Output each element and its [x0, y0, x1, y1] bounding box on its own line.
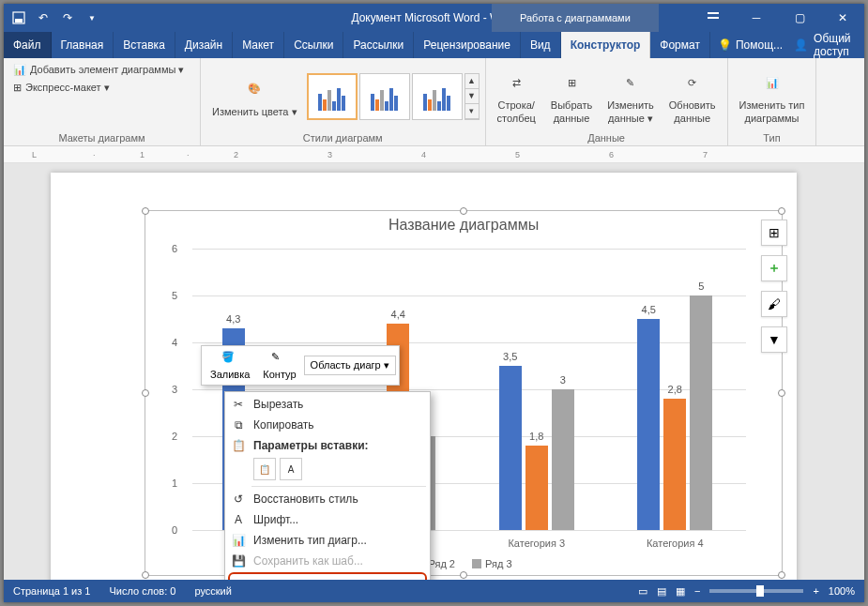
ctx-font[interactable]: AШрифт...: [225, 509, 430, 530]
group-label-styles: Стили диаграмм: [206, 130, 480, 144]
ctx-edit-data[interactable]: ✎Изменить данные▶: [228, 572, 427, 580]
refresh-data[interactable]: ⟳Обновить данные: [663, 66, 722, 126]
zoom-out[interactable]: −: [694, 585, 700, 597]
fill-button[interactable]: 🪣Заливка: [205, 349, 255, 382]
edit-data[interactable]: ✎Изменить данные ▾: [602, 66, 660, 126]
ribbon: 📊Добавить элемент диаграммы ▾ ⊞Экспресс-…: [4, 58, 864, 146]
share-icon: 👤: [794, 38, 808, 52]
zoom-in[interactable]: +: [813, 585, 818, 597]
mini-toolbar: 🪣Заливка ✎Контур Область диагр ▾: [201, 345, 400, 386]
ctx-cut[interactable]: ✂Вырезать: [225, 394, 430, 415]
template-icon: 💾: [231, 553, 246, 568]
outline-icon: ✎: [271, 351, 288, 368]
change-chart-type[interactable]: 📊Изменить тип диаграммы: [734, 66, 811, 126]
redo-icon[interactable]: ↷: [60, 10, 75, 25]
add-chart-element[interactable]: 📊Добавить элемент диаграммы ▾: [9, 62, 188, 78]
lightbulb-icon: 💡: [718, 38, 732, 52]
maximize-button[interactable]: ▢: [778, 4, 821, 32]
chart-area-dropdown[interactable]: Область диагр ▾: [304, 356, 396, 375]
style-1[interactable]: [307, 73, 358, 120]
tab-file[interactable]: Файл: [4, 32, 52, 58]
ribbon-tabs: Файл Главная Вставка Дизайн Макет Ссылки…: [4, 32, 864, 58]
chart-type-icon: 📊: [757, 68, 787, 98]
style-2[interactable]: [359, 73, 410, 120]
tab-format[interactable]: Формат: [650, 32, 710, 58]
status-words[interactable]: Число слов: 0: [109, 585, 175, 597]
share-button[interactable]: 👤Общий доступ: [783, 32, 864, 58]
outline-button[interactable]: ✎Контур: [257, 349, 301, 382]
layout-options-icon[interactable]: ⊞: [761, 220, 787, 246]
ctx-copy[interactable]: ⧉Копировать: [225, 415, 430, 435]
palette-icon: 🎨: [239, 74, 269, 104]
switch-icon: ⇄: [501, 68, 531, 98]
chart-title[interactable]: Название диаграммы: [145, 211, 782, 239]
chart-element-icon: 📊: [13, 64, 26, 76]
save-icon[interactable]: [11, 10, 26, 25]
svg-rect-2: [708, 17, 719, 19]
ribbon-options-icon[interactable]: [692, 4, 735, 32]
scissors-icon: ✂: [231, 397, 246, 412]
tab-view[interactable]: Вид: [521, 32, 561, 58]
minimize-button[interactable]: ─: [735, 4, 778, 32]
tab-insert[interactable]: Вставка: [114, 32, 175, 58]
refresh-icon: ⟳: [678, 68, 708, 98]
svg-rect-3: [708, 12, 719, 14]
tab-constructor[interactable]: Конструктор: [561, 32, 651, 58]
edit-data-icon: ✎: [236, 577, 251, 580]
tab-home[interactable]: Главная: [52, 32, 114, 58]
qat-more-icon[interactable]: ▼: [84, 10, 99, 25]
titlebar: ↶ ↷ ▼ Документ Microsoft Word - Word Раб…: [4, 4, 864, 32]
document-area: Название диаграммы 01234564,32,42Категор…: [4, 163, 864, 580]
view-print-icon[interactable]: ▤: [657, 585, 666, 598]
zoom-level[interactable]: 100%: [829, 585, 855, 597]
paste-option-2[interactable]: A: [280, 458, 302, 480]
select-data-icon: ⊞: [556, 68, 586, 98]
reset-icon: ↺: [231, 492, 246, 507]
tab-review[interactable]: Рецензирование: [414, 32, 521, 58]
style-3[interactable]: [412, 73, 463, 120]
chart-filters-icon[interactable]: ▼: [761, 326, 787, 353]
clipboard-icon: 📋: [231, 438, 246, 453]
font-icon: A: [231, 512, 246, 527]
quick-layout[interactable]: ⊞Экспресс-макет ▾: [9, 80, 114, 96]
chart-icon: 📊: [231, 533, 246, 548]
group-label-data: Данные: [492, 130, 722, 144]
paste-options: 📋 A: [225, 456, 430, 484]
close-button[interactable]: ✕: [821, 4, 864, 32]
view-read-icon[interactable]: ▭: [638, 585, 647, 598]
contextual-tab-label: Работа с диаграммами: [492, 4, 659, 32]
context-menu: ✂Вырезать ⧉Копировать 📋Параметры вставки…: [224, 391, 431, 580]
select-data[interactable]: ⊞Выбрать данные: [545, 66, 598, 126]
fill-icon: 🪣: [221, 351, 238, 368]
ruler: L·1·234567: [4, 146, 864, 163]
status-lang[interactable]: русский: [194, 585, 231, 597]
svg-rect-1: [15, 19, 23, 23]
ctx-change-type[interactable]: 📊Изменить тип диагр...: [225, 530, 430, 551]
submenu-arrow-icon: ▶: [412, 580, 419, 581]
quick-layout-icon: ⊞: [13, 82, 22, 94]
statusbar: Страница 1 из 1 Число слов: 0 русский ▭ …: [4, 580, 864, 602]
status-page[interactable]: Страница 1 из 1: [13, 585, 90, 597]
paste-option-1[interactable]: 📋: [253, 458, 276, 480]
tab-references[interactable]: Ссылки: [284, 32, 343, 58]
chart-elements-icon[interactable]: ＋: [761, 255, 787, 281]
style-gallery: ▲▼▾: [307, 73, 480, 120]
ctx-save-template: 💾Сохранить как шаб...: [225, 551, 430, 571]
group-label-type: Тип: [734, 130, 811, 144]
ctx-reset-style[interactable]: ↺Восстановить стиль: [225, 489, 430, 509]
edit-data-icon: ✎: [616, 68, 646, 98]
view-web-icon[interactable]: ▦: [676, 585, 685, 598]
undo-icon[interactable]: ↶: [36, 10, 51, 25]
copy-icon: ⧉: [231, 417, 246, 432]
ctx-paste-header: 📋Параметры вставки:: [225, 435, 430, 456]
chart-styles-icon[interactable]: 🖌: [761, 291, 787, 317]
tab-mailings[interactable]: Рассылки: [343, 32, 414, 58]
gallery-scroll[interactable]: ▲▼▾: [464, 73, 480, 120]
tab-design[interactable]: Дизайн: [175, 32, 233, 58]
change-colors[interactable]: 🎨 Изменить цвета ▾: [206, 72, 303, 120]
group-label-layouts: Макеты диаграмм: [9, 130, 194, 144]
switch-row-col[interactable]: ⇄Строка/ столбец: [492, 66, 541, 126]
tab-layout[interactable]: Макет: [233, 32, 284, 58]
tell-me[interactable]: 💡Помощ...: [718, 32, 783, 58]
zoom-slider[interactable]: [709, 589, 803, 593]
